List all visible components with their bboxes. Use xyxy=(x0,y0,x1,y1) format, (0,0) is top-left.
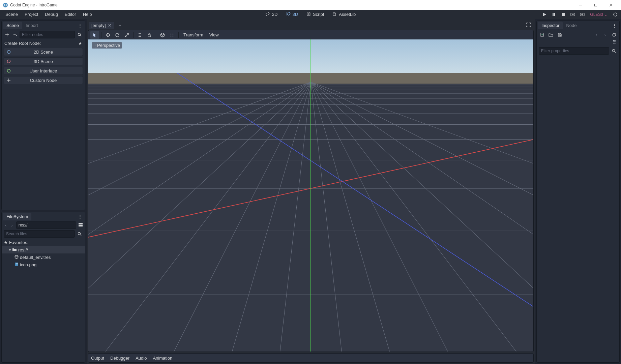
scene-tab-label: [empty] xyxy=(91,23,106,28)
history-back[interactable]: ‹ xyxy=(593,31,600,38)
sliders-icon[interactable] xyxy=(612,39,617,46)
star-icon: ★ xyxy=(4,240,8,245)
minimize-button[interactable] xyxy=(573,0,588,10)
inspector-panel-menu[interactable]: ⋮ xyxy=(611,23,618,28)
stop-button[interactable] xyxy=(560,11,567,18)
script-icon xyxy=(306,11,311,17)
new-scene-tab-button[interactable]: ＋ xyxy=(116,22,124,28)
fs-root-folder[interactable]: ▾ res:// xyxy=(2,246,85,253)
bottom-animation[interactable]: Animation xyxy=(153,356,172,361)
close-tab-icon[interactable]: ✕ xyxy=(108,23,112,28)
inspector-search-icon[interactable] xyxy=(611,48,617,54)
menu-scene[interactable]: Scene xyxy=(2,10,21,18)
fs-search-input[interactable] xyxy=(4,230,75,238)
workspace-script[interactable]: Script xyxy=(303,10,327,19)
menu-editor[interactable]: Editor xyxy=(61,10,80,18)
tool-move[interactable] xyxy=(104,31,112,39)
open-resource-button[interactable] xyxy=(548,31,554,38)
menu-view[interactable]: View xyxy=(207,32,221,37)
root-3d-scene[interactable]: 3D Scene xyxy=(4,57,83,65)
scene-panel-menu[interactable]: ⋮ xyxy=(77,23,84,28)
menu-debug[interactable]: Debug xyxy=(41,10,61,18)
tool-snap-config[interactable] xyxy=(168,31,176,39)
workspace-assetlib[interactable]: AssetLib xyxy=(329,10,359,19)
menu-bar: Scene Project Debug Editor Help 2D 3D Sc… xyxy=(0,10,621,19)
workspace-2d[interactable]: 2D xyxy=(262,10,281,19)
tool-select[interactable] xyxy=(90,31,99,39)
workspace-3d[interactable]: 3D xyxy=(282,10,301,19)
filter-properties-input[interactable] xyxy=(539,47,609,55)
add-node-button[interactable] xyxy=(4,31,10,38)
fs-favorites[interactable]: ★ Favorites: xyxy=(2,239,85,246)
fs-search-icon[interactable] xyxy=(76,231,83,237)
history-forward[interactable]: › xyxy=(602,31,609,38)
menu-transform[interactable]: Transform xyxy=(181,32,206,37)
bottom-debugger[interactable]: Debugger xyxy=(110,356,129,361)
tool-rotate[interactable] xyxy=(113,31,122,39)
play-scene-button[interactable] xyxy=(569,11,576,18)
favorite-icon[interactable]: ★ xyxy=(78,41,82,46)
refresh-icon[interactable] xyxy=(612,11,619,18)
svg-rect-19 xyxy=(79,223,83,224)
root-2d-scene[interactable]: 2D Scene xyxy=(4,48,83,56)
save-resource-button[interactable] xyxy=(556,31,563,38)
root-custom-label: Custom Node xyxy=(13,78,83,83)
fs-path-input[interactable] xyxy=(16,221,76,229)
play-button[interactable] xyxy=(541,11,548,18)
svg-line-15 xyxy=(80,35,81,36)
fs-file-env[interactable]: default_env.tres xyxy=(2,253,85,261)
tab-node[interactable]: Node xyxy=(563,22,580,29)
filesystem-panel-menu[interactable]: ⋮ xyxy=(77,214,84,219)
perspective-dropdown[interactable]: Perspective xyxy=(92,42,122,49)
tool-scale[interactable] xyxy=(122,31,131,39)
menu-help[interactable]: Help xyxy=(80,10,95,18)
resource-icon xyxy=(14,255,19,260)
bottom-output[interactable]: Output xyxy=(91,356,104,361)
root-custom-node[interactable]: Custom Node xyxy=(4,76,83,84)
svg-rect-6 xyxy=(594,4,597,6)
distraction-free-button[interactable] xyxy=(524,23,533,28)
viewport-3d[interactable]: Perspective xyxy=(88,39,534,352)
link-node-button[interactable] xyxy=(12,31,19,38)
root-ui-label: User Interface xyxy=(13,68,83,73)
history-refresh[interactable] xyxy=(611,31,617,38)
filter-nodes-input[interactable] xyxy=(20,31,75,38)
spatial-icon xyxy=(4,59,13,64)
svg-point-31 xyxy=(173,35,174,36)
fs-forward[interactable]: › xyxy=(10,223,14,228)
renderer-label: GLES3 xyxy=(590,12,603,17)
new-resource-button[interactable] xyxy=(539,31,545,38)
fs-root-label: res:// xyxy=(18,247,28,252)
tool-list[interactable] xyxy=(136,31,144,39)
maximize-button[interactable] xyxy=(588,0,603,10)
root-3d-label: 3D Scene xyxy=(13,59,83,64)
create-root-label: Create Root Node: ★ xyxy=(2,39,85,47)
fs-splitview-button[interactable] xyxy=(78,223,83,228)
menu-project[interactable]: Project xyxy=(21,10,41,18)
renderer-select[interactable]: GLES3⌄ xyxy=(588,12,610,17)
tool-cube[interactable] xyxy=(158,31,167,39)
svg-line-72 xyxy=(615,52,616,53)
fs-file-env-label: default_env.tres xyxy=(20,255,51,260)
right-dock: Inspector Node ⋮ ‹ › xyxy=(535,19,621,364)
tab-filesystem[interactable]: FileSystem xyxy=(3,213,31,220)
tab-inspector[interactable]: Inspector xyxy=(538,22,563,29)
perspective-label: Perspective xyxy=(97,43,120,48)
svg-point-3 xyxy=(4,5,5,5)
os-titlebar: Godot Engine - IntroGame xyxy=(0,0,621,10)
tool-lock[interactable] xyxy=(145,31,154,39)
scene-tab-empty[interactable]: [empty] ✕ xyxy=(89,22,114,29)
fs-file-icon[interactable]: icon.png xyxy=(2,261,85,268)
workspace-3d-label: 3D xyxy=(292,12,298,17)
workspace-assetlib-label: AssetLib xyxy=(339,12,356,17)
bottom-audio[interactable]: Audio xyxy=(136,356,147,361)
tab-import[interactable]: Import xyxy=(22,22,41,29)
search-icon[interactable] xyxy=(76,31,83,38)
close-window-button[interactable] xyxy=(603,0,618,10)
root-user-interface[interactable]: User Interface xyxy=(4,67,83,75)
tab-scene[interactable]: Scene xyxy=(3,22,22,29)
filesystem-panel: FileSystem ⋮ ‹ › ★ Favorites: xyxy=(1,212,85,363)
pause-button[interactable] xyxy=(550,11,558,18)
play-custom-scene-button[interactable] xyxy=(579,11,586,18)
fs-back[interactable]: ‹ xyxy=(4,223,8,228)
